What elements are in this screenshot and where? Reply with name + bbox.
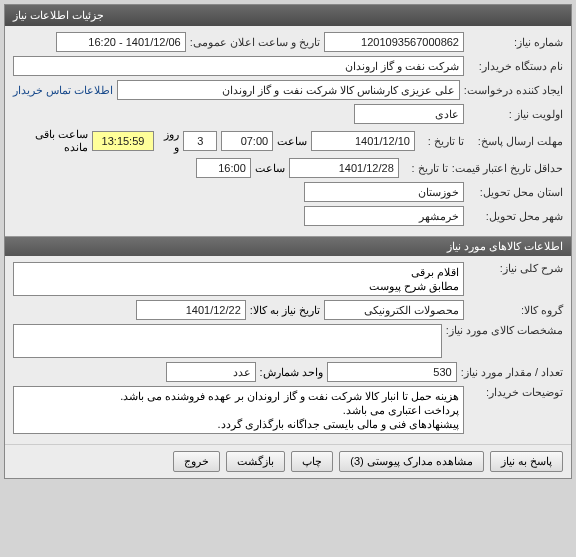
label-to-date-1: تا تاریخ : — [419, 135, 464, 148]
field-priority: عادی — [354, 104, 464, 124]
label-buyer-org: نام دستگاه خریدار: — [468, 60, 563, 73]
field-specs — [13, 324, 442, 358]
field-buyer-notes: هزینه حمل تا انبار کالا شرکت نفت و گاز ا… — [13, 386, 464, 434]
field-general-desc: اقلام برقی مطابق شرح پیوست — [13, 262, 464, 296]
field-city: خرمشهر — [304, 206, 464, 226]
attachments-button[interactable]: مشاهده مدارک پیوستی (3) — [339, 451, 484, 472]
label-hours-remain-text: ساعت باقی مانده — [13, 128, 88, 154]
field-need-date: 1401/12/22 — [136, 300, 246, 320]
need-details-window: جزئیات اطلاعات نیاز شماره نیاز: 12010935… — [4, 4, 572, 479]
back-button[interactable]: بازگشت — [226, 451, 285, 472]
need-info-section: شماره نیاز: 1201093567000862 تاریخ و ساع… — [5, 26, 571, 236]
label-reply-deadline: مهلت ارسال پاسخ: — [468, 135, 563, 148]
field-group: محصولات الکترونیکی — [324, 300, 464, 320]
field-requester: علی عزیزی کارشناس کالا شرکت نفت و گاز ار… — [117, 80, 460, 100]
reply-button[interactable]: پاسخ به نیاز — [490, 451, 563, 472]
label-group: گروه کالا: — [468, 304, 563, 317]
field-buyer-org: شرکت نفت و گاز اروندان — [13, 56, 464, 76]
label-qty: تعداد / مقدار مورد نیاز: — [461, 366, 563, 379]
window-titlebar: جزئیات اطلاعات نیاز — [5, 5, 571, 26]
field-valid-to-date: 1401/12/28 — [289, 158, 399, 178]
field-reply-to-date: 1401/12/10 — [311, 131, 415, 151]
label-buyer-notes: توضیحات خریدار: — [468, 386, 563, 399]
label-province: استان محل تحویل: — [468, 186, 563, 199]
window-title: جزئیات اطلاعات نیاز — [13, 9, 104, 22]
label-need-date: تاریخ نیاز به کالا: — [250, 304, 320, 317]
label-specs: مشخصات کالای مورد نیاز: — [446, 324, 563, 337]
print-button[interactable]: چاپ — [291, 451, 333, 472]
field-qty: 530 — [327, 362, 457, 382]
label-priority: اولویت نیاز : — [468, 108, 563, 121]
field-province: خوزستان — [304, 182, 464, 202]
label-valid-min: حداقل تاریخ اعتبار قیمت: — [452, 162, 563, 175]
label-requester: ایجاد کننده درخواست: — [464, 84, 563, 97]
label-general-desc: شرح کلی نیاز: — [468, 262, 563, 275]
label-city: شهر محل تحویل: — [468, 210, 563, 223]
field-reply-hour: 07:00 — [221, 131, 273, 151]
footer-toolbar: پاسخ به نیاز مشاهده مدارک پیوستی (3) چاپ… — [5, 444, 571, 478]
label-days-and: روز و — [158, 128, 180, 154]
field-hours-remain: 13:15:59 — [92, 131, 154, 151]
label-public-date: تاریخ و ساعت اعلان عمومی: — [190, 36, 320, 49]
goods-section: شرح کلی نیاز: اقلام برقی مطابق شرح پیوست… — [5, 256, 571, 444]
goods-section-header: اطلاعات کالاهای مورد نیاز — [5, 236, 571, 256]
field-days-remain: 3 — [183, 131, 216, 151]
field-need-no: 1201093567000862 — [324, 32, 464, 52]
label-hour-1: ساعت — [277, 135, 307, 148]
field-unit: عدد — [166, 362, 256, 382]
label-need-no: شماره نیاز: — [468, 36, 563, 49]
field-valid-hour: 16:00 — [196, 158, 251, 178]
field-public-date: 1401/12/06 - 16:20 — [56, 32, 186, 52]
buyer-contact-link[interactable]: اطلاعات تماس خریدار — [13, 84, 113, 97]
label-to-date-2: تا تاریخ : — [403, 162, 448, 175]
exit-button[interactable]: خروج — [173, 451, 220, 472]
label-unit: واحد شمارش: — [260, 366, 323, 379]
label-hour-2: ساعت — [255, 162, 285, 175]
